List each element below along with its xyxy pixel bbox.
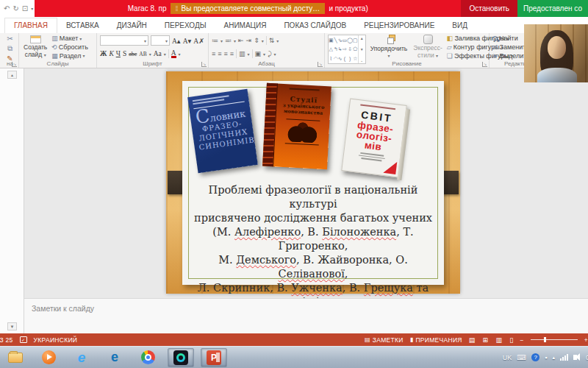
font-dialog-launcher[interactable]: ↘ <box>201 62 207 67</box>
tab-vid[interactable]: ВИД <box>443 18 476 33</box>
bold-button[interactable]: Ж <box>100 50 107 57</box>
taskbar-powerpoint[interactable]: P <box>201 348 227 367</box>
align-text-icon[interactable]: ▣ <box>255 50 262 57</box>
scroll-up-icon[interactable]: ▴ <box>7 71 17 79</box>
new-slide-button[interactable]: Создать слайд ▾ <box>22 35 49 60</box>
character-spacing-button[interactable]: АВ <box>139 51 146 57</box>
font-color-button[interactable]: А <box>171 49 176 58</box>
taskbar-media-player[interactable] <box>35 348 62 367</box>
copy-icon[interactable]: ⧉ <box>7 44 12 53</box>
shape-icon[interactable]: ▢ <box>353 38 358 43</box>
view-mode-icon[interactable]: ▯ <box>509 336 513 344</box>
shape-icon[interactable]: ╲ <box>334 38 337 43</box>
shape-icon[interactable]: ▭ <box>343 38 348 43</box>
justify-icon[interactable]: ≡ <box>230 50 234 57</box>
undo-icon[interactable]: ↶ <box>4 4 10 13</box>
book-cover-svit[interactable]: СВІТ фразе- ологіз- мів <box>341 99 406 178</box>
view-mode-icon[interactable]: ▤ <box>469 336 476 344</box>
slide-body-text[interactable]: Проблемі фразеології в національній куль… <box>185 183 441 309</box>
notes-toggle-button[interactable]: ▤ ЗАМЕТКИ <box>365 336 404 344</box>
zoom-slider[interactable] <box>531 339 578 340</box>
tab-pokaz-slaydov[interactable]: ПОКАЗ СЛАЙДОВ <box>275 18 355 33</box>
decrease-indent-icon[interactable]: ⇤ <box>238 37 244 44</box>
clear-formatting-icon[interactable]: А✗ <box>193 37 204 45</box>
notes-pane[interactable]: Заметки к слайду <box>24 298 588 333</box>
webcam-video-overlay[interactable] <box>524 24 588 82</box>
drag-grip-icon[interactable]: ⁞⁞ <box>176 5 178 13</box>
text-direction-icon[interactable]: ⇅ <box>269 37 275 44</box>
smartart-convert-icon[interactable]: ⤸ <box>268 50 271 58</box>
taskbar-webex[interactable] <box>168 348 194 367</box>
network-signal-icon[interactable] <box>560 354 568 361</box>
slide-editing-area[interactable]: Словник фразео- логічних синонімів Студі… <box>24 68 588 298</box>
section-button[interactable]: ▦ Раздел▾ <box>51 52 88 60</box>
slide-paper[interactable]: Словник фразео- логічних синонімів Студі… <box>182 81 444 285</box>
line-spacing-icon[interactable]: ⇕ <box>254 37 259 44</box>
zoom-slider-thumb[interactable] <box>544 337 546 342</box>
paragraph-dialog-launcher[interactable]: ↘ <box>318 62 323 67</box>
taskbar-file-explorer[interactable] <box>2 348 29 367</box>
help-tray-icon[interactable]: ? <box>531 353 539 361</box>
shrink-font-icon[interactable]: А▾ <box>183 37 192 45</box>
align-center-icon[interactable]: ≡ <box>218 50 221 57</box>
shapes-gallery-scrollbar[interactable]: ▲▼⌄ <box>358 35 365 63</box>
text-shadow-button[interactable]: S <box>123 50 126 57</box>
shape-icon[interactable]: ▣ <box>329 38 334 43</box>
drawing-dialog-launcher[interactable]: ↘ <box>482 62 487 67</box>
align-left-icon[interactable]: ≡ <box>212 50 215 57</box>
change-case-button[interactable]: Аа <box>154 50 162 57</box>
stop-sharing-button[interactable]: Остановить <box>461 0 517 17</box>
align-right-icon[interactable]: ≡ <box>224 50 228 57</box>
tab-perekhody[interactable]: ПЕРЕХОДЫ <box>156 18 215 33</box>
show-hidden-icons-button[interactable]: ▴ <box>552 355 555 361</box>
grow-font-icon[interactable]: А▴ <box>172 37 181 45</box>
redo-icon[interactable]: ↻ <box>12 4 18 13</box>
strikethrough-button[interactable]: abc <box>129 51 137 57</box>
volume-icon[interactable] <box>573 355 577 360</box>
tab-retsenzirovanie[interactable]: РЕЦЕНЗИРОВАНИЕ <box>355 18 443 33</box>
keyboard-icon[interactable]: ⌨ <box>517 354 526 361</box>
reset-button[interactable]: ⟲ Сбросить <box>51 43 88 52</box>
tray-misc-icon[interactable]: ▪ <box>545 354 547 361</box>
bullets-icon[interactable]: ≔ <box>212 37 218 44</box>
italic-button[interactable]: К <box>109 50 113 57</box>
cut-icon[interactable]: ✂ <box>7 35 12 43</box>
font-size-combobox[interactable]: ▾ <box>151 35 170 46</box>
qat-customize-icon[interactable]: ▾ <box>31 6 33 11</box>
view-mode-icon[interactable]: ⊞ <box>483 336 489 344</box>
notes-placeholder[interactable]: Заметки к слайду <box>32 304 581 313</box>
underline-button[interactable]: Ч <box>116 50 121 57</box>
shared-status-button[interactable]: Предоставлен со <box>517 0 588 17</box>
language-indicator[interactable]: УКРАИНСКИЙ <box>34 336 78 344</box>
book-cover-slovnyk[interactable]: Словник фразео- логічних синонімів <box>187 89 258 173</box>
shape-icon[interactable]: ◯ <box>347 38 353 43</box>
clipboard-dialog-launcher[interactable]: ↘ <box>12 62 17 67</box>
tab-dizayn[interactable]: ДИЗАЙН <box>108 18 156 33</box>
numbering-icon[interactable]: ≕ <box>225 37 232 44</box>
tab-glavnaya[interactable]: ГЛАВНАЯ <box>4 18 57 33</box>
layout-button[interactable]: ▥ Макет▾ <box>51 35 88 43</box>
increase-indent-icon[interactable]: ⇥ <box>246 37 252 44</box>
scroll-down-icon[interactable]: ▼ <box>7 322 17 330</box>
tab-vstavka[interactable]: ВСТАВКА <box>57 18 108 33</box>
tab-animatsiya[interactable]: АНИМАЦИЯ <box>215 18 276 33</box>
arrange-button[interactable]: Упорядочить ▾ <box>369 35 409 60</box>
slide-canvas[interactable]: Словник фразео- логічних синонімів Студі… <box>166 71 460 294</box>
quick-styles-button[interactable]: Экспресс- стили ▾ <box>412 35 444 60</box>
taskbar-edge[interactable]: e <box>101 348 128 367</box>
thumbnails-scrollbar[interactable]: ▴ ▼ <box>7 71 17 298</box>
start-presentation-icon[interactable]: ⊡ <box>22 4 28 13</box>
shape-icon[interactable]: ⇩ <box>348 46 352 52</box>
shape-icon[interactable]: ⬠ <box>353 46 357 52</box>
taskbar-chrome[interactable] <box>135 348 161 367</box>
zoom-out-button[interactable]: − <box>520 336 523 344</box>
tray-language-indicator[interactable]: UK <box>503 354 512 361</box>
comments-toggle-button[interactable]: ▮ ПРИМЕЧАНИЯ <box>410 336 462 344</box>
spellcheck-icon[interactable]: ✓ <box>20 336 27 343</box>
shape-icon[interactable]: ⇨ <box>343 46 347 52</box>
shape-icon[interactable]: △ <box>329 46 333 52</box>
zoom-in-button[interactable]: + <box>584 336 588 344</box>
shape-icon[interactable]: ↰ <box>334 46 338 52</box>
taskbar-internet-explorer[interactable]: e <box>68 348 95 367</box>
shape-icon[interactable]: ↳ <box>338 46 343 52</box>
